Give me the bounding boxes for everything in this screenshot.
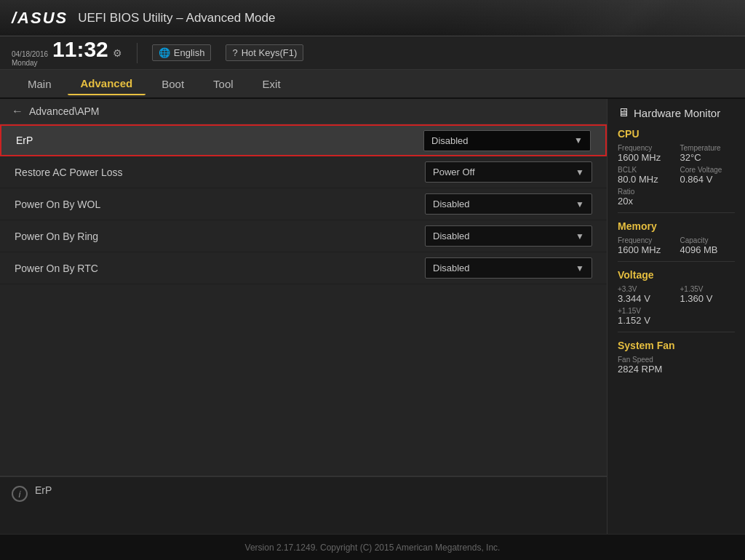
breadcrumb-path: Advanced\APM (29, 105, 100, 117)
restore-ac-dropdown[interactable]: Power Off ▼ (425, 161, 592, 183)
divider-cpu-mem (618, 212, 735, 213)
setting-label-power-ring: Power On By Ring (15, 231, 425, 242)
divider-mem-volt (618, 261, 735, 262)
bios-title: UEFI BIOS Utility – Advanced Mode (78, 11, 275, 25)
power-ring-dropdown-arrow: ▼ (575, 231, 584, 241)
date-line: 04/18/2016 Monday (12, 50, 48, 68)
asus-logo: /ASUS (12, 9, 68, 28)
power-rtc-value: Disabled (433, 263, 470, 273)
erp-dropdown[interactable]: Disabled ▼ (423, 130, 591, 151)
panel-title-text: Hardware Monitor (634, 107, 720, 119)
back-arrow[interactable]: ← (12, 105, 23, 118)
settings-list: ErP Disabled ▼ Restore AC Power Loss Pow… (0, 124, 607, 476)
cpu-core-voltage: Core Voltage 0.864 V (680, 166, 736, 185)
setting-row-power-rtc: Power On By RTC Disabled ▼ (0, 252, 607, 284)
nav-item-advanced[interactable]: Advanced (68, 73, 146, 95)
cpu-bclk-value: 80.0 MHz (618, 174, 673, 185)
fan-speed-value: 2824 RPM (618, 364, 735, 375)
fan-section-header: System Fan (618, 340, 735, 351)
nav-item-boot[interactable]: Boot (148, 73, 197, 95)
power-wol-dropdown[interactable]: Disabled ▼ (425, 193, 592, 215)
memory-capacity: Capacity 4096 MB (680, 236, 736, 255)
gear-icon[interactable]: ⚙ (113, 47, 122, 59)
panel-title: 🖥 Hardware Monitor (618, 106, 735, 119)
fan-speed: Fan Speed 2824 RPM (618, 356, 735, 375)
restore-ac-value: Power Off (433, 167, 475, 177)
info-text: ErP (35, 484, 52, 496)
setting-control-erp: Disabled ▼ (423, 130, 591, 151)
right-panel: 🖥 Hardware Monitor CPU Frequency 1600 MH… (607, 99, 745, 534)
cpu-core-voltage-label: Core Voltage (680, 166, 736, 174)
content-area: ← Advanced\APM ErP Disabled ▼ Restore AC… (0, 99, 607, 534)
setting-label-power-wol: Power On By WOL (15, 199, 425, 210)
hotkeys-label: Hot Keys(F1) (242, 47, 298, 58)
nav-item-main[interactable]: Main (15, 73, 65, 95)
setting-control-power-wol: Disabled ▼ (425, 193, 592, 215)
voltage-section-header: Voltage (618, 269, 735, 281)
nav-item-exit[interactable]: Exit (250, 73, 294, 95)
nav-item-tool[interactable]: Tool (200, 73, 247, 95)
cpu-ratio-label: Ratio (618, 188, 735, 196)
memory-frequency: Frequency 1600 MHz (618, 236, 673, 255)
voltage-115-value: 1.152 V (618, 315, 735, 326)
power-rtc-dropdown[interactable]: Disabled ▼ (425, 257, 592, 279)
monitor-icon: 🖥 (618, 106, 629, 119)
memory-capacity-value: 4096 MB (680, 244, 736, 255)
power-ring-value: Disabled (433, 231, 470, 241)
time-display: 11:32 (52, 39, 108, 60)
main-layout: ← Advanced\APM ErP Disabled ▼ Restore AC… (0, 99, 745, 534)
cpu-temperature: Temperature 32°C (680, 144, 736, 163)
power-wol-value: Disabled (433, 199, 470, 209)
voltage-stats-1: +3.3V 3.344 V +1.35V 1.360 V (618, 285, 735, 304)
memory-capacity-label: Capacity (680, 236, 736, 244)
footer: Version 2.17.1249. Copyright (C) 2015 Am… (0, 534, 745, 560)
cpu-freq-temp: Frequency 1600 MHz Temperature 32°C (618, 144, 735, 163)
cpu-frequency: Frequency 1600 MHz (618, 144, 673, 163)
voltage-33-value: 3.344 V (618, 293, 673, 304)
language-button[interactable]: 🌐 English (152, 44, 212, 61)
power-wol-dropdown-arrow: ▼ (575, 199, 584, 209)
voltage-135-label: +1.35V (680, 285, 736, 293)
cpu-frequency-label: Frequency (618, 144, 673, 152)
cpu-core-voltage-value: 0.864 V (680, 174, 736, 185)
cpu-bclk-label: BCLK (618, 166, 673, 174)
question-icon: ? (232, 47, 237, 58)
setting-label-power-rtc: Power On By RTC (15, 263, 425, 274)
globe-icon: 🌐 (159, 47, 170, 58)
memory-section-header: Memory (618, 220, 735, 232)
voltage-33-label: +3.3V (618, 285, 673, 293)
voltage-135-value: 1.360 V (680, 293, 736, 304)
cpu-ratio: Ratio 20x (618, 188, 735, 207)
voltage-135: +1.35V 1.360 V (680, 285, 736, 304)
breadcrumb: ← Advanced\APM (0, 99, 607, 124)
cpu-frequency-value: 1600 MHz (618, 152, 673, 163)
cpu-temperature-label: Temperature (680, 144, 736, 152)
setting-row-erp: ErP Disabled ▼ (0, 124, 607, 156)
date-display: 04/18/2016 (12, 50, 48, 59)
info-bar: i ErP (0, 476, 607, 534)
divider-1 (137, 43, 138, 63)
setting-control-power-rtc: Disabled ▼ (425, 257, 592, 279)
language-label: English (174, 47, 205, 58)
cpu-ratio-value: 20x (618, 196, 735, 207)
memory-stats: Frequency 1600 MHz Capacity 4096 MB (618, 236, 735, 255)
setting-row-power-wol: Power On By WOL Disabled ▼ (0, 188, 607, 220)
power-ring-dropdown[interactable]: Disabled ▼ (425, 225, 592, 247)
voltage-115-label: +1.15V (618, 307, 735, 315)
setting-label-erp: ErP (16, 135, 423, 146)
erp-value: Disabled (431, 135, 469, 146)
memory-frequency-label: Frequency (618, 236, 673, 244)
day-display: Monday (12, 59, 48, 68)
footer-text: Version 2.17.1249. Copyright (C) 2015 Am… (245, 543, 501, 553)
voltage-115: +1.15V 1.152 V (618, 307, 735, 326)
info-icon: i (12, 486, 28, 502)
setting-control-restore-ac: Power Off ▼ (425, 161, 592, 183)
nav-menu: Main Advanced Boot Tool Exit (0, 70, 745, 99)
hotkeys-button[interactable]: ? Hot Keys(F1) (226, 44, 303, 61)
fan-speed-label: Fan Speed (618, 356, 735, 364)
restore-ac-dropdown-arrow: ▼ (575, 167, 584, 177)
cpu-bclk: BCLK 80.0 MHz (618, 166, 673, 185)
cpu-temperature-value: 32°C (680, 152, 736, 163)
cpu-section-header: CPU (618, 128, 735, 140)
datetime-block: 04/18/2016 Monday 11:32 ⚙ (12, 39, 122, 68)
